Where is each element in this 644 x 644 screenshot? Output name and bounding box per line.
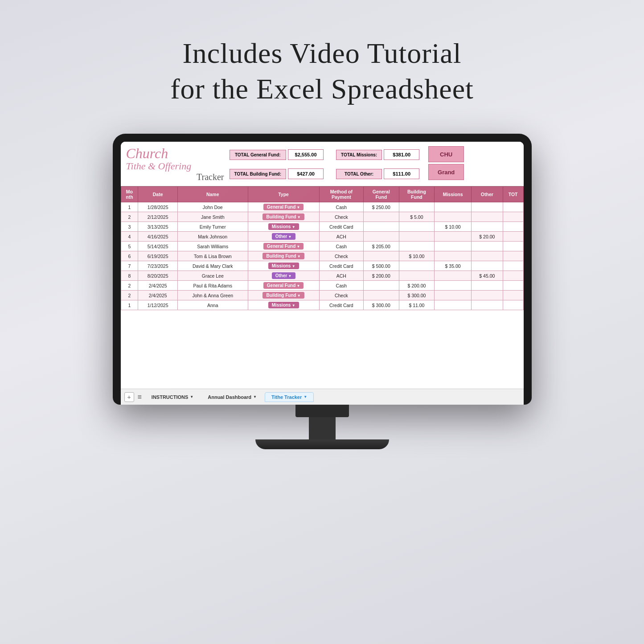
table-cell — [363, 291, 399, 300]
table-cell — [399, 202, 435, 212]
table-cell — [435, 271, 472, 281]
monitor-stand-base — [255, 439, 389, 449]
table-row: 22/12/2025Jane SmithBuilding FundCheck$ … — [121, 212, 523, 222]
table-cell: 6 — [121, 251, 138, 261]
type-badge[interactable]: General Fund — [263, 243, 304, 250]
table-cell: Building Fund — [248, 291, 319, 300]
table-cell: John Doe — [177, 202, 248, 212]
table-cell: Check — [319, 212, 363, 222]
table-cell: Credit Card — [319, 222, 363, 232]
table-cell: 1/28/2025 — [138, 202, 178, 212]
table-cell — [399, 271, 435, 281]
table-cell: General Fund — [248, 202, 319, 212]
table-row: 77/23/2025David & Mary ClarkMissionsCred… — [121, 261, 523, 271]
table-cell: Building Fund — [248, 212, 319, 222]
other-label: TOTAL Other: — [336, 169, 382, 179]
table-cell: 1 — [121, 202, 138, 212]
table-cell — [363, 212, 399, 222]
type-badge[interactable]: Missions — [268, 302, 299, 308]
type-badge[interactable]: Missions — [268, 263, 299, 269]
type-badge[interactable]: Building Fund — [263, 253, 304, 259]
logo-church: Church — [126, 146, 224, 160]
table-row: 33/13/2025Emily TurnerMissionsCredit Car… — [121, 222, 523, 232]
logo-area: Church Tithe & Offering Tracker — [126, 146, 224, 182]
table-cell — [472, 202, 503, 212]
table-cell: 8/20/2025 — [138, 271, 178, 281]
table-cell: $ 10.00 — [435, 222, 472, 232]
table-cell: Credit Card — [319, 300, 363, 310]
table-cell: Other — [248, 271, 319, 281]
add-sheet-button[interactable]: + — [124, 392, 134, 402]
table-cell — [363, 281, 399, 291]
monitor-stand-top — [295, 405, 349, 417]
type-badge[interactable]: Building Fund — [263, 292, 304, 299]
table-cell: Check — [319, 291, 363, 300]
table-row: 22/4/2025John & Anna GreenBuilding FundC… — [121, 291, 523, 300]
table-cell — [435, 212, 472, 222]
table-cell: Building Fund — [248, 251, 319, 261]
table-cell: 8 — [121, 271, 138, 281]
col-month: Month — [121, 187, 138, 202]
table-cell: Cash — [319, 202, 363, 212]
table-cell: 1 — [121, 300, 138, 310]
table-cell — [435, 232, 472, 242]
tab-instructions-arrow: ▼ — [190, 395, 193, 399]
table-row: 44/16/2025Mark JohnsonOtherACH$ 20.00 — [121, 232, 523, 242]
table-cell: Missions — [248, 261, 319, 271]
table-cell — [503, 232, 523, 242]
table-cell: Grace Lee — [177, 271, 248, 281]
table-cell: $ 11.00 — [399, 300, 435, 310]
col-type: Type — [248, 187, 319, 202]
headline: Includes Video Tutorial for the Excel Sp… — [170, 36, 474, 107]
table-cell — [472, 222, 503, 232]
table-cell: 2 — [121, 281, 138, 291]
table-cell — [472, 300, 503, 310]
table-cell: John & Anna Green — [177, 291, 248, 300]
monitor-stand-neck — [309, 417, 336, 439]
table-cell — [503, 242, 523, 251]
screen: Church Tithe & Offering Tracker TOTAL Ge… — [121, 142, 524, 405]
table-cell — [503, 222, 523, 232]
table-cell — [363, 251, 399, 261]
type-badge[interactable]: Missions — [268, 223, 299, 230]
table-cell: 2/12/2025 — [138, 212, 178, 222]
table-cell — [472, 261, 503, 271]
table-cell: $ 5.00 — [399, 212, 435, 222]
table-cell: 1/12/2025 — [138, 300, 178, 310]
table-row: 22/4/2025Paul & Rita AdamsGeneral FundCa… — [121, 281, 523, 291]
table-cell: Check — [319, 251, 363, 261]
type-badge[interactable]: General Fund — [263, 204, 304, 210]
tab-annual-label: Annual Dashboard — [208, 394, 251, 400]
tab-tithe-arrow: ▼ — [304, 395, 307, 399]
table-cell: $ 250.00 — [363, 202, 399, 212]
col-date: Date — [138, 187, 178, 202]
tab-instructions-label: INSTRUCTIONS — [152, 394, 189, 400]
tab-instructions[interactable]: INSTRUCTIONS ▼ — [145, 393, 200, 402]
table-cell — [503, 202, 523, 212]
table-row: 88/20/2025Grace LeeOtherACH$ 200.00$ 45.… — [121, 271, 523, 281]
table-cell — [399, 232, 435, 242]
sheet-menu-button[interactable]: ≡ — [136, 393, 144, 401]
table-cell: General Fund — [248, 242, 319, 251]
table-cell: 2 — [121, 212, 138, 222]
monitor-body: Church Tithe & Offering Tracker TOTAL Ge… — [113, 134, 532, 405]
tab-tithe-label: Tithe Tracker — [271, 394, 302, 400]
table-cell: $ 45.00 — [472, 271, 503, 281]
general-fund-label: TOTAL General Fund: — [230, 150, 287, 160]
tab-tithe-tracker[interactable]: Tithe Tracker ▼ — [265, 392, 314, 402]
table-cell: 5/14/2025 — [138, 242, 178, 251]
type-badge[interactable]: Other — [272, 233, 295, 240]
table-cell: $ 20.00 — [472, 232, 503, 242]
type-badge[interactable]: Building Fund — [263, 213, 304, 220]
table-cell: $ 35.00 — [435, 261, 472, 271]
table-cell — [435, 281, 472, 291]
tab-annual-dashboard[interactable]: Annual Dashboard ▼ — [201, 393, 263, 402]
table-cell — [399, 242, 435, 251]
table-cell: ACH — [319, 271, 363, 281]
table-row: 11/28/2025John DoeGeneral FundCash$ 250.… — [121, 202, 523, 212]
table-cell: Paul & Rita Adams — [177, 281, 248, 291]
type-badge[interactable]: Other — [272, 272, 295, 279]
col-general: GeneralFund — [363, 187, 399, 202]
table-cell: General Fund — [248, 281, 319, 291]
type-badge[interactable]: General Fund — [263, 282, 304, 289]
